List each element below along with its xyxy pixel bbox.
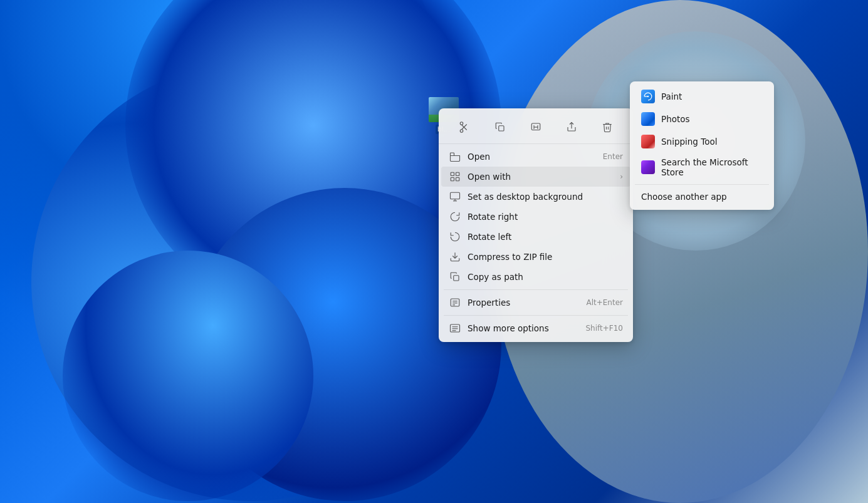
svg-rect-5	[531, 123, 540, 130]
svg-point-1	[460, 122, 463, 125]
svg-point-0	[460, 130, 463, 133]
submenu-item-snipping[interactable]: Snipping Tool	[632, 130, 771, 153]
menu-divider-2	[444, 315, 628, 316]
menu-item-rotate-right[interactable]: Rotate right	[441, 207, 630, 227]
photos-icon	[641, 112, 655, 126]
set-bg-icon	[449, 190, 461, 203]
copy-button[interactable]	[489, 116, 511, 138]
store-label: Search the Microsoft Store	[661, 157, 763, 177]
share-button[interactable]	[560, 116, 583, 138]
svg-rect-19	[454, 276, 459, 281]
svg-rect-4	[499, 126, 504, 131]
submenu-item-choose-another[interactable]: Choose another app	[632, 187, 771, 206]
open-with-icon	[449, 170, 461, 183]
svg-rect-11	[451, 172, 454, 175]
properties-label: Properties	[468, 298, 580, 308]
submenu-item-store[interactable]: Search the Microsoft Store	[632, 153, 771, 182]
submenu-item-photos[interactable]: Photos	[632, 108, 771, 130]
properties-shortcut: Alt+Enter	[586, 298, 623, 307]
paint-label: Paint	[661, 91, 682, 101]
copy-icon	[494, 122, 506, 133]
cut-button[interactable]	[453, 116, 476, 138]
rotate-right-icon	[449, 210, 461, 223]
rotate-left-icon	[449, 231, 461, 243]
submenu-divider	[635, 184, 769, 185]
submenu-item-paint[interactable]: Paint	[632, 85, 771, 108]
open-label: Open	[468, 152, 597, 162]
context-toolbar	[439, 112, 633, 144]
copy-path-icon	[449, 271, 461, 283]
open-shortcut: Enter	[603, 152, 623, 161]
svg-rect-14	[456, 178, 459, 181]
menu-item-set-bg[interactable]: Set as desktop background	[441, 187, 630, 207]
snipping-icon	[641, 135, 655, 148]
rotate-left-label: Rotate left	[468, 232, 623, 242]
set-bg-label: Set as desktop background	[468, 192, 623, 202]
rename-icon	[530, 122, 541, 133]
svg-rect-13	[451, 178, 454, 181]
trash-icon	[602, 122, 613, 133]
delete-button[interactable]	[596, 116, 619, 138]
open-with-arrow: ›	[620, 172, 623, 181]
store-icon	[641, 160, 655, 174]
show-more-label: Show more options	[468, 323, 579, 333]
open-with-label: Open with	[468, 172, 614, 182]
show-more-shortcut: Shift+F10	[585, 324, 623, 333]
menu-item-show-more[interactable]: Show more options Shift+F10	[441, 318, 630, 338]
open-icon	[449, 150, 461, 163]
rotate-right-label: Rotate right	[468, 212, 623, 222]
menu-item-open[interactable]: Open Enter	[441, 147, 630, 167]
svg-rect-10	[451, 153, 454, 156]
menu-item-compress-zip[interactable]: Compress to ZIP file	[441, 247, 630, 267]
compress-icon	[449, 251, 461, 263]
menu-divider-1	[444, 289, 628, 290]
rename-button[interactable]	[525, 116, 547, 138]
menu-item-rotate-left[interactable]: Rotate left	[441, 227, 630, 247]
context-menu: Open Enter Open with › Set as desktop ba…	[439, 108, 633, 342]
svg-rect-12	[456, 172, 459, 175]
desktop-background	[0, 0, 868, 503]
properties-icon	[449, 296, 461, 309]
copy-path-label: Copy as path	[468, 272, 623, 282]
choose-another-label: Choose another app	[641, 192, 727, 202]
share-icon	[566, 122, 577, 133]
menu-item-properties[interactable]: Properties Alt+Enter	[441, 293, 630, 313]
menu-item-open-with[interactable]: Open with ›	[441, 167, 630, 187]
snipping-label: Snipping Tool	[661, 137, 717, 147]
scissors-icon	[459, 122, 470, 133]
photos-label: Photos	[661, 114, 690, 124]
compress-label: Compress to ZIP file	[468, 252, 623, 262]
menu-item-copy-path[interactable]: Copy as path	[441, 267, 630, 287]
show-more-icon	[449, 322, 461, 334]
paint-icon	[641, 90, 655, 103]
svg-rect-15	[451, 192, 460, 199]
svg-point-28	[647, 96, 649, 97]
open-with-submenu: Paint Photos Snipping Tool Search the Mi…	[630, 81, 774, 210]
